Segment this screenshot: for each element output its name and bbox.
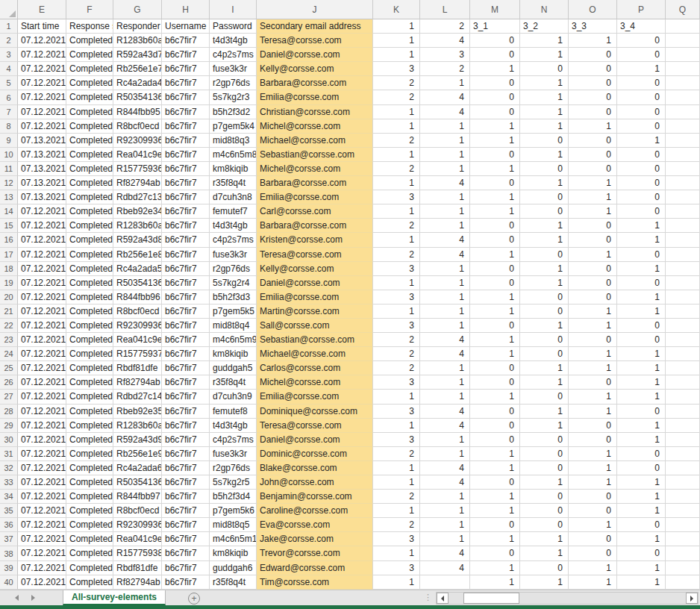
cell-Q20[interactable] (666, 290, 700, 304)
cell-G7[interactable]: R844fbb95 (113, 105, 162, 119)
cell-O11[interactable]: 0 (569, 162, 617, 176)
cell-M10[interactable]: 0 (470, 148, 520, 162)
cell-L18[interactable]: 1 (420, 262, 470, 276)
cell-J25[interactable]: Carlos@corsse.com (257, 361, 373, 375)
cell-H25[interactable]: b6c7fir7 (162, 361, 210, 375)
cell-P16[interactable]: 1 (617, 233, 666, 247)
cell-F25[interactable]: Completed (66, 361, 113, 375)
cell-N6[interactable]: 1 (520, 90, 569, 104)
cell-P28[interactable]: 0 (617, 405, 666, 419)
cell-G37[interactable]: Rea041c9e (113, 532, 162, 546)
column-header-J[interactable]: J (257, 0, 373, 19)
cell-H2[interactable]: b6c7fir7 (162, 34, 210, 48)
cell-P32[interactable]: 0 (617, 461, 666, 475)
cell-N29[interactable]: 1 (520, 419, 569, 433)
cell-O2[interactable]: 1 (569, 34, 617, 48)
cell-I24[interactable]: km8kiqib (210, 347, 257, 361)
cell-N8[interactable]: 1 (520, 119, 569, 134)
cell-M12[interactable]: 0 (470, 176, 520, 190)
cell-O27[interactable]: 1 (569, 390, 617, 404)
column-header-Q[interactable]: Q (666, 0, 700, 19)
cell-Q7[interactable] (666, 105, 700, 119)
cell-I16[interactable]: c4p2s7ms (210, 233, 257, 247)
cell-I31[interactable]: fuse3k3r (210, 447, 257, 461)
cell-H28[interactable]: b6c7fir7 (162, 405, 210, 419)
cell-L13[interactable]: 1 (420, 190, 470, 204)
row-header-16[interactable]: 16 (0, 233, 18, 247)
cell-K17[interactable]: 2 (373, 248, 420, 262)
row-header-28[interactable]: 28 (0, 405, 18, 419)
cell-O18[interactable]: 0 (569, 262, 617, 276)
cell-L1[interactable]: 2 (420, 19, 470, 34)
cell-L3[interactable]: 3 (420, 48, 470, 62)
cell-E32[interactable]: 07.12.2021 (18, 461, 66, 475)
cell-Q2[interactable] (666, 34, 700, 48)
column-header-E[interactable]: E (18, 0, 66, 19)
cell-J14[interactable]: Carl@corsse.com (257, 204, 373, 219)
cell-F39[interactable]: Completed (66, 561, 113, 575)
cell-M6[interactable]: 0 (470, 90, 520, 104)
cell-J26[interactable]: Michel@corsse.com (257, 375, 373, 390)
cell-E1[interactable]: Start time (18, 19, 66, 34)
cell-P26[interactable]: 1 (617, 375, 666, 390)
scrollbar-splitter-handle[interactable]: ⋮ (424, 593, 432, 602)
row-header-5[interactable]: 5 (0, 76, 18, 90)
cell-L31[interactable]: 1 (420, 447, 470, 461)
cell-I21[interactable]: p7gem5k5 (210, 304, 257, 319)
cell-H1[interactable]: Username (162, 19, 210, 34)
cell-I29[interactable]: t4d3t4gb (210, 419, 257, 433)
cell-P11[interactable]: 0 (617, 162, 666, 176)
cell-J24[interactable]: Michael@corsse.com (257, 347, 373, 361)
cell-Q34[interactable] (666, 490, 700, 504)
cell-K8[interactable]: 1 (373, 119, 420, 134)
cell-E20[interactable]: 07.12.2021 (18, 290, 66, 304)
cell-N23[interactable]: 0 (520, 333, 569, 347)
cell-F6[interactable]: Completed (66, 90, 113, 104)
cell-J17[interactable]: Teresa@corsse.com (257, 248, 373, 262)
cell-L22[interactable]: 1 (420, 319, 470, 333)
cell-L25[interactable]: 1 (420, 361, 470, 375)
row-header-29[interactable]: 29 (0, 419, 18, 433)
row-header-22[interactable]: 22 (0, 319, 18, 333)
cell-Q14[interactable] (666, 204, 700, 219)
cell-F4[interactable]: Completed (66, 62, 113, 76)
cell-M21[interactable]: 1 (470, 304, 520, 319)
cell-O14[interactable]: 1 (569, 204, 617, 219)
cell-J40[interactable]: Tim@corsse.com (257, 575, 373, 590)
cell-J30[interactable]: Daniel@corsse.com (257, 433, 373, 447)
cell-G21[interactable]: R8bcf0ecd (113, 304, 162, 319)
cell-P34[interactable]: 1 (617, 490, 666, 504)
cell-F18[interactable]: Completed (66, 262, 113, 276)
cell-O32[interactable]: 1 (569, 461, 617, 475)
cell-N14[interactable]: 0 (520, 204, 569, 219)
cell-K27[interactable]: 1 (373, 390, 420, 404)
cell-I7[interactable]: b5h2f3d2 (210, 105, 257, 119)
row-header-15[interactable]: 15 (0, 219, 18, 233)
cell-O31[interactable]: 1 (569, 447, 617, 461)
cell-L37[interactable]: 1 (420, 532, 470, 546)
cell-I8[interactable]: p7gem5k4 (210, 119, 257, 134)
cell-J20[interactable]: Emilia@corsse.com (257, 290, 373, 304)
cell-K37[interactable]: 3 (373, 532, 420, 546)
cell-Q25[interactable] (666, 361, 700, 375)
cell-F24[interactable]: Completed (66, 347, 113, 361)
column-header-F[interactable]: F (66, 0, 113, 19)
cell-H23[interactable]: b6c7fir7 (162, 333, 210, 347)
cell-G22[interactable]: R92309936 (113, 319, 162, 333)
cell-K19[interactable]: 1 (373, 276, 420, 290)
cell-N11[interactable]: 0 (520, 162, 569, 176)
cell-H11[interactable]: b6c7fir7 (162, 162, 210, 176)
cell-J32[interactable]: Blake@corsse.com (257, 461, 373, 475)
cell-M1[interactable]: 3_1 (470, 19, 520, 34)
cell-E14[interactable]: 07.12.2021 (18, 204, 66, 219)
cell-I18[interactable]: r2gp76ds (210, 262, 257, 276)
cell-G30[interactable]: R592a43d9 (113, 433, 162, 447)
cell-M28[interactable]: 0 (470, 405, 520, 419)
cell-G31[interactable]: Rb256e1e9 (113, 447, 162, 461)
cell-L40[interactable] (420, 575, 470, 590)
cell-N40[interactable]: 1 (520, 575, 569, 590)
cell-P39[interactable]: 1 (617, 561, 666, 575)
cell-F27[interactable]: Completed (66, 390, 113, 404)
cell-P29[interactable]: 1 (617, 419, 666, 433)
scrollbar-thumb[interactable] (463, 593, 519, 604)
